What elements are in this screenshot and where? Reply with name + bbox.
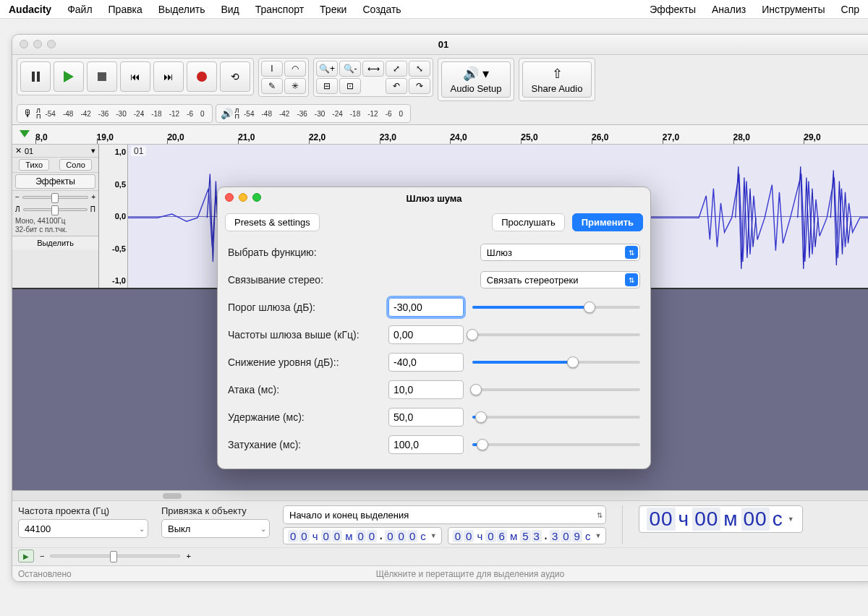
selection-start-time[interactable]: 00ч00м00.000с▼ bbox=[283, 527, 442, 544]
menu-analyze[interactable]: Анализ bbox=[712, 4, 746, 15]
menu-tools[interactable]: Инструменты bbox=[762, 4, 825, 15]
menu-view[interactable]: Вид bbox=[221, 4, 239, 15]
pause-button[interactable] bbox=[20, 61, 51, 92]
project-rate-select[interactable]: 44100⌄ bbox=[18, 519, 148, 538]
menu-transport[interactable]: Транспорт bbox=[255, 4, 304, 15]
zoom-out-button[interactable]: 🔍- bbox=[339, 61, 361, 77]
loop-button[interactable]: ⟲ bbox=[220, 61, 250, 92]
level-reduction-slider[interactable] bbox=[472, 361, 640, 364]
menu-edit[interactable]: Правка bbox=[109, 4, 142, 15]
menu-generate[interactable]: Создать bbox=[362, 4, 401, 15]
minimize-icon[interactable] bbox=[33, 40, 42, 48]
audio-setup-label: Audio Setup bbox=[451, 83, 502, 94]
skip-end-button[interactable]: ⏭ bbox=[153, 61, 184, 92]
apply-button[interactable]: Применить bbox=[572, 213, 643, 231]
ruler-tick: 8,0 bbox=[35, 132, 97, 142]
menu-effects[interactable]: Эффекты bbox=[650, 4, 696, 15]
gate-freq-label: Частоты шлюза выше (кГц): bbox=[228, 329, 380, 341]
play-position-time[interactable]: 00ч 00м 00с▼ bbox=[639, 505, 802, 533]
menu-tracks[interactable]: Треки bbox=[320, 4, 346, 15]
dialog-close-icon[interactable] bbox=[225, 193, 234, 202]
stereo-link-label: Связывание стерео: bbox=[228, 274, 373, 286]
selection-mode-select[interactable]: Начало и конец выделения⇅ bbox=[283, 505, 606, 524]
zoom-in-button[interactable]: 🔍+ bbox=[316, 61, 338, 77]
function-select[interactable]: Шлюз ⇅ bbox=[480, 244, 640, 261]
gain-plus-icon: + bbox=[91, 193, 95, 201]
track-select-button[interactable]: Выделить bbox=[12, 236, 98, 249]
ruler-tick: 20,0 bbox=[167, 132, 238, 142]
ruler-tick: 21,0 bbox=[238, 132, 309, 142]
attack-input[interactable] bbox=[388, 380, 464, 399]
ruler-tick: 25,0 bbox=[521, 132, 592, 142]
undo-button[interactable]: ↶ bbox=[386, 78, 407, 94]
menu-select[interactable]: Выделить bbox=[158, 4, 205, 15]
selection-tool-button[interactable]: I bbox=[261, 61, 283, 77]
zoom-icon[interactable] bbox=[47, 40, 56, 48]
playhead-icon[interactable] bbox=[20, 130, 30, 137]
trim-button[interactable]: ⊟ bbox=[316, 78, 338, 94]
playback-meter[interactable]: 🔊 Л П -54-48-42-36-30-24-18-12-60 bbox=[216, 104, 412, 123]
hold-input[interactable] bbox=[388, 408, 464, 427]
recording-meter[interactable]: 🎙 Л П -54-48-42-36-30-24-18-12-60 bbox=[17, 104, 213, 123]
vertical-scale[interactable]: 1,0 0,5 0,0 -0,5 -1,0 bbox=[99, 145, 128, 288]
chevron-down-icon[interactable]: ▾ bbox=[91, 146, 95, 155]
record-button[interactable] bbox=[187, 61, 217, 92]
close-icon[interactable] bbox=[20, 40, 28, 48]
zoom-toggle-button[interactable]: ⤡ bbox=[409, 61, 430, 77]
skip-start-button[interactable]: ⏮ bbox=[120, 61, 150, 92]
threshold-input[interactable] bbox=[388, 298, 464, 317]
menu-file[interactable]: Файл bbox=[67, 4, 92, 15]
stop-button[interactable] bbox=[87, 61, 117, 92]
level-reduction-input[interactable] bbox=[388, 353, 464, 372]
dialog-titlebar[interactable]: Шлюз шума bbox=[218, 187, 650, 209]
traffic-lights[interactable] bbox=[20, 40, 56, 48]
gate-freq-slider[interactable] bbox=[472, 333, 640, 336]
mute-button[interactable]: Тихо bbox=[19, 159, 49, 171]
preview-button[interactable]: Прослушать bbox=[492, 213, 565, 231]
threshold-slider[interactable] bbox=[472, 306, 640, 309]
redo-button[interactable]: ↷ bbox=[409, 78, 430, 94]
dialog-minimize-icon[interactable] bbox=[239, 193, 247, 202]
gain-slider[interactable] bbox=[22, 196, 88, 199]
fit-project-button[interactable]: ⤢ bbox=[386, 61, 407, 77]
decay-input[interactable] bbox=[388, 435, 464, 454]
snap-select[interactable]: Выкл⌄ bbox=[161, 519, 270, 538]
track-format-info: Моно, 44100Гц 32-бит с пл.тчк. bbox=[12, 215, 98, 236]
menu-app[interactable]: Audacity bbox=[9, 4, 51, 15]
presets-button[interactable]: Presets & settings bbox=[225, 213, 320, 231]
chevron-updown-icon: ⇅ bbox=[597, 511, 603, 519]
dialog-zoom-icon[interactable] bbox=[252, 193, 261, 202]
hold-slider[interactable] bbox=[472, 416, 640, 419]
play-at-speed-button[interactable]: ▶ bbox=[18, 549, 34, 562]
multi-tool-button[interactable]: ✳ bbox=[284, 78, 306, 94]
snap-label: Привязка к объекту bbox=[161, 505, 270, 516]
pan-slider[interactable] bbox=[23, 208, 88, 211]
solo-button[interactable]: Соло bbox=[59, 159, 91, 171]
status-hint: Щёлкните и перетащите для выделения ауди… bbox=[72, 569, 868, 579]
horizontal-scrollbar[interactable] bbox=[12, 491, 868, 501]
playback-speed-slider[interactable] bbox=[50, 555, 180, 557]
draw-tool-button[interactable]: ✎ bbox=[261, 78, 283, 94]
share-audio-button[interactable]: ⇧ Share Audio bbox=[522, 61, 592, 98]
silence-button[interactable]: ⊡ bbox=[339, 78, 361, 94]
track-name-dropdown[interactable]: 01 bbox=[25, 147, 88, 155]
share-audio-label: Share Audio bbox=[532, 83, 583, 94]
chevron-down-icon: ⌄ bbox=[139, 525, 145, 533]
fit-selection-button[interactable]: ⟷ bbox=[362, 61, 384, 77]
selection-end-time[interactable]: 00ч06м53.309с▼ bbox=[448, 527, 607, 544]
noise-gate-dialog: Шлюз шума Presets & settings Прослушать … bbox=[217, 187, 651, 469]
track-effects-button[interactable]: Эффекты bbox=[15, 174, 95, 189]
play-button[interactable] bbox=[54, 61, 84, 92]
envelope-tool-button[interactable]: ◠ bbox=[284, 61, 306, 77]
gate-freq-input[interactable] bbox=[388, 325, 464, 344]
timeline-ruler[interactable]: 8,0 19,0 20,0 21,0 22,0 23,0 24,0 25,0 2… bbox=[12, 124, 868, 145]
stereo-link-select[interactable]: Связать стереотреки ⇅ bbox=[480, 271, 640, 288]
menu-help[interactable]: Спр bbox=[841, 4, 859, 15]
chevron-down-icon: ⌄ bbox=[260, 525, 266, 533]
audio-setup-button[interactable]: 🔊 ▾ Audio Setup bbox=[441, 61, 511, 98]
ruler-tick: 26,0 bbox=[592, 132, 663, 142]
track-close-button[interactable]: ✕ bbox=[15, 146, 22, 155]
decay-slider[interactable] bbox=[472, 443, 640, 446]
attack-slider[interactable] bbox=[472, 388, 640, 391]
window-titlebar[interactable]: 01 bbox=[12, 35, 868, 55]
